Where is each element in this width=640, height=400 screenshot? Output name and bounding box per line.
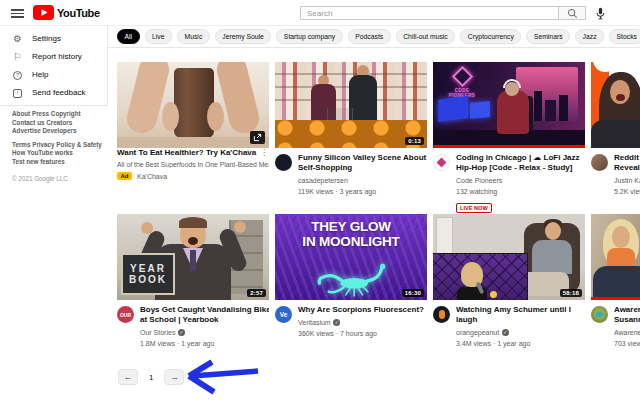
chip-stocks[interactable]: Stocks bbox=[609, 29, 640, 44]
top-bar: YouTube bbox=[0, 0, 640, 26]
feedback-icon: ! bbox=[12, 86, 23, 98]
thumbnail-art bbox=[497, 90, 529, 134]
microphone-icon bbox=[595, 7, 606, 20]
video-title[interactable]: laugh bbox=[456, 315, 585, 325]
chip-all[interactable]: All bbox=[117, 29, 140, 44]
verified-badge-icon: ✓ bbox=[333, 319, 340, 326]
channel-avatar[interactable] bbox=[591, 306, 608, 323]
search-bar bbox=[300, 6, 606, 20]
chip-podcasts[interactable]: Podcasts bbox=[348, 29, 391, 44]
video-title[interactable]: Reddit C bbox=[614, 153, 640, 163]
footer-links-row[interactable]: Contact us Creators bbox=[12, 119, 96, 128]
logo-wordmark: YouTube bbox=[57, 7, 100, 19]
gear-icon: ⚙ bbox=[12, 33, 23, 44]
menu-hamburger-icon[interactable] bbox=[11, 9, 24, 18]
thumbnail-art bbox=[174, 68, 214, 138]
thumbnail-art bbox=[207, 102, 224, 131]
video-title[interactable]: Susanne bbox=[614, 315, 640, 325]
chip-live[interactable]: Live bbox=[145, 29, 172, 44]
video-title[interactable]: at School | Yearbook bbox=[140, 315, 269, 325]
chip-music[interactable]: Music bbox=[177, 29, 210, 44]
channel-avatar[interactable] bbox=[591, 154, 608, 171]
chip-jazz[interactable]: Jazz bbox=[575, 29, 604, 44]
sidebar-item-report-history[interactable]: ⚐ Report history bbox=[0, 47, 107, 65]
video-title[interactable]: Watching Amy Schumer until I bbox=[456, 305, 585, 315]
thumbnail-art bbox=[616, 94, 625, 101]
video-thumbnail[interactable]: 58:18 bbox=[433, 214, 585, 300]
sidebar-item-label: Help bbox=[32, 70, 48, 79]
duration-badge: 16:30 bbox=[402, 289, 424, 297]
channel-name[interactable]: Our Stories bbox=[140, 328, 175, 337]
chip-seminars[interactable]: Seminars bbox=[526, 29, 570, 44]
youtube-play-icon bbox=[33, 5, 54, 20]
sidebar-menu: ⚙ Settings ⚐ Report history ? Help ! Sen… bbox=[0, 26, 108, 106]
video-thumbnail[interactable] bbox=[591, 214, 640, 300]
search-input[interactable] bbox=[300, 6, 558, 20]
footer-links-row[interactable]: Test new features bbox=[12, 158, 96, 167]
channel-name[interactable]: orangepeanut bbox=[456, 328, 499, 337]
sidebar-item-settings[interactable]: ⚙ Settings bbox=[0, 29, 107, 47]
video-card: Awarene Susanne Awarenes 703 views bbox=[591, 214, 640, 366]
chalkboard-text: BOOK bbox=[129, 274, 167, 285]
youtube-logo[interactable]: YouTube bbox=[33, 5, 100, 20]
video-title[interactable]: Coding in Chicago | ☁ LoFi Jazz bbox=[456, 153, 585, 163]
ad-title[interactable]: Want To Eat Healthier? Try Ka'Chava bbox=[117, 148, 259, 158]
video-title[interactable]: Boys Get Caught Vandalising Bike bbox=[140, 305, 269, 315]
sidebar-item-help[interactable]: ? Help bbox=[0, 65, 107, 83]
channel-avatar[interactable] bbox=[275, 154, 292, 171]
live-progress-strip bbox=[433, 145, 585, 148]
video-title[interactable]: Hip-Hop [Code - Relax - Study] bbox=[456, 163, 585, 173]
video-title[interactable]: Why Are Scorpions Fluorescent? bbox=[298, 305, 427, 315]
video-menu-icon[interactable]: ⋮ bbox=[259, 148, 269, 158]
ad-advertiser-name[interactable]: Ka'Chava bbox=[137, 173, 167, 180]
video-meta: 1.8M views · 1 year ago bbox=[140, 339, 269, 348]
video-thumbnail[interactable]: YEAR BOOK 2:57 bbox=[117, 214, 269, 300]
channel-avatar[interactable] bbox=[433, 306, 450, 323]
footer-links-row[interactable]: About Press Copyright bbox=[12, 110, 96, 119]
video-card: YEAR BOOK 2:57 OUR Boys Get Caught Vanda… bbox=[117, 214, 269, 366]
verified-badge-icon: ✓ bbox=[502, 329, 509, 336]
voice-search-button[interactable] bbox=[595, 7, 606, 20]
thumbnail-neon-sign: CODE PIONEERS bbox=[441, 67, 483, 98]
sidebar-item-send-feedback[interactable]: ! Send feedback bbox=[0, 83, 107, 101]
prev-page-button[interactable]: ← bbox=[118, 369, 138, 385]
thumbnail-art bbox=[188, 237, 198, 245]
channel-name[interactable]: Justin Ka bbox=[614, 176, 640, 185]
footer-links-row[interactable]: Advertise Developers bbox=[12, 127, 96, 136]
thumbnail-art bbox=[465, 268, 478, 283]
video-thumbnail[interactable] bbox=[117, 62, 269, 148]
chip-cryptocurrency[interactable]: Cryptocurrency bbox=[460, 29, 521, 44]
chip-jeremy-soule[interactable]: Jeremy Soule bbox=[215, 29, 272, 44]
channel-avatar[interactable] bbox=[433, 154, 450, 171]
video-title[interactable]: Awarene bbox=[614, 305, 640, 315]
duration-badge: 2:57 bbox=[247, 289, 266, 297]
thumbnail-chalkboard: YEAR BOOK bbox=[121, 253, 175, 295]
video-thumbnail[interactable]: CODE PIONEERS bbox=[433, 62, 585, 148]
thumbnail-art bbox=[234, 221, 246, 233]
video-thumbnail[interactable] bbox=[591, 62, 640, 148]
footer-links-row[interactable]: Terms Privacy Policy & Safety bbox=[12, 141, 96, 150]
channel-avatar[interactable]: OUR bbox=[117, 306, 134, 323]
channel-name[interactable]: Code Pioneers bbox=[456, 176, 502, 185]
chip-startup-company[interactable]: Startup company bbox=[276, 29, 342, 44]
chip-chill-out-music[interactable]: Chill-out music bbox=[396, 29, 456, 44]
video-title[interactable]: Self-Shopping bbox=[298, 163, 427, 173]
video-title[interactable]: Funny Silicon Valley Scene About bbox=[298, 153, 427, 163]
video-meta: 360K views · 7 hours ago bbox=[298, 329, 427, 338]
channel-name[interactable]: Veritasium bbox=[298, 318, 331, 327]
search-button[interactable] bbox=[558, 6, 586, 20]
video-title[interactable]: Reveals bbox=[614, 163, 640, 173]
live-now-badge: LIVE NOW bbox=[456, 203, 492, 213]
current-page-number: 1 bbox=[149, 373, 153, 382]
duration-badge: 58:18 bbox=[560, 289, 582, 297]
video-card-ad: Want To Eat Healthier? Try Ka'Chava ⋮ Al… bbox=[117, 62, 269, 214]
next-page-button[interactable]: → bbox=[164, 369, 184, 385]
video-thumbnail[interactable]: 0:13 bbox=[275, 62, 427, 148]
channel-name[interactable]: casadepetersen bbox=[298, 176, 348, 185]
channel-avatar[interactable]: Ve bbox=[275, 306, 292, 323]
channel-name[interactable]: Awarenes bbox=[614, 328, 640, 337]
video-meta: 703 views bbox=[614, 339, 640, 348]
external-link-icon bbox=[250, 131, 265, 144]
footer-links-row[interactable]: How YouTube works bbox=[12, 149, 96, 158]
video-thumbnail[interactable]: THEY GLOW IN MOONLIGHT 16:30 bbox=[275, 214, 427, 300]
